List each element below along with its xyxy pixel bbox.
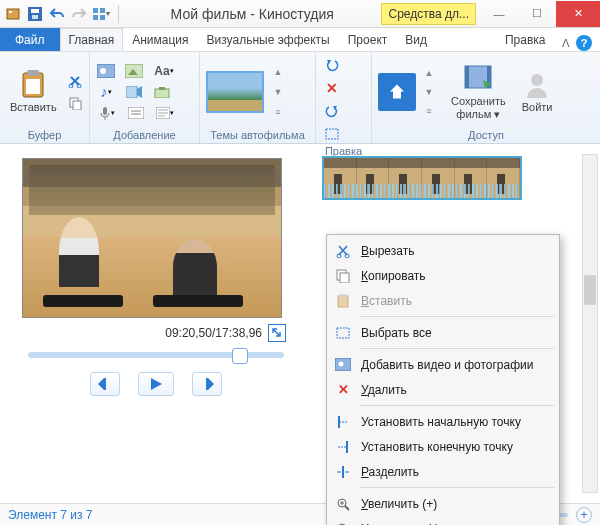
cm-cut[interactable]: Вырезать — [330, 238, 556, 263]
svg-rect-20 — [126, 86, 137, 98]
cm-split[interactable]: Разделить — [330, 459, 556, 484]
save-icon[interactable] — [26, 5, 44, 23]
add-music-icon[interactable]: ♪▾ — [96, 83, 116, 101]
zoom-in-icon — [334, 495, 352, 513]
add-media-icon — [334, 356, 352, 374]
svg-rect-4 — [32, 15, 38, 19]
svg-rect-8 — [100, 15, 105, 20]
signin-button[interactable]: Войти — [518, 67, 557, 115]
collapse-ribbon-icon[interactable]: ᐱ — [562, 37, 570, 50]
tab-project[interactable]: Проект — [339, 28, 397, 51]
seek-slider[interactable] — [28, 352, 284, 358]
group-edit: ✕ Правка — [316, 52, 372, 143]
prev-frame-button[interactable] — [90, 372, 120, 396]
paste-button[interactable]: Вставить — [6, 67, 61, 115]
add-narration-icon[interactable]: ▾ — [96, 104, 118, 122]
video-preview[interactable] — [22, 158, 282, 318]
cm-zoom-in[interactable]: Увеличить (+) — [330, 491, 556, 516]
svg-rect-34 — [326, 129, 338, 139]
rotate-right-icon[interactable] — [322, 102, 342, 120]
cm-delete[interactable]: ✕Удалить — [330, 377, 556, 402]
cut-icon[interactable] — [65, 72, 85, 90]
theme-scroll-down-icon[interactable]: ▼ — [268, 83, 288, 101]
maximize-button[interactable]: ☐ — [518, 1, 556, 27]
add-title-icon[interactable]: Aа▾ — [152, 62, 176, 80]
help-icon[interactable]: ? — [576, 35, 592, 51]
play-button[interactable] — [138, 372, 174, 396]
add-photo-icon[interactable] — [124, 62, 144, 80]
qat-menu-icon[interactable]: ▾ — [92, 5, 110, 23]
separator — [360, 348, 554, 349]
cm-cut-label: Вырезать — [361, 244, 414, 258]
preview-pane: 09:20,50/17:38,96 — [0, 144, 300, 503]
separator — [360, 316, 554, 317]
paste-icon — [334, 292, 352, 310]
theme-scroll-up-icon[interactable]: ▲ — [268, 63, 288, 81]
app-icon[interactable] — [4, 5, 22, 23]
theme-thumbnail[interactable] — [206, 71, 264, 113]
delete-icon[interactable]: ✕ — [322, 79, 342, 97]
copy-icon[interactable] — [65, 94, 85, 112]
minimize-button[interactable]: — — [480, 1, 518, 27]
svg-rect-49 — [338, 296, 348, 307]
group-themes-label: Темы автофильма — [206, 127, 309, 141]
share-scroll-up-icon[interactable]: ▲ — [419, 64, 439, 82]
fullscreen-icon[interactable] — [268, 324, 286, 342]
svg-rect-10 — [27, 70, 39, 76]
transport-controls — [22, 372, 290, 396]
tab-view[interactable]: Вид — [396, 28, 436, 51]
theme-more-icon[interactable]: ≡ — [268, 103, 288, 121]
tab-edit[interactable]: Правка — [496, 28, 555, 51]
undo-icon[interactable] — [48, 5, 66, 23]
onedrive-icon[interactable] — [378, 73, 416, 111]
svg-marker-42 — [151, 378, 162, 390]
close-button[interactable]: ✕ — [556, 1, 600, 27]
svg-line-62 — [345, 506, 349, 510]
separator — [360, 487, 554, 488]
add-caption-icon[interactable] — [126, 104, 146, 122]
svg-rect-43 — [206, 378, 208, 390]
svg-rect-22 — [155, 89, 169, 98]
select-all-icon[interactable] — [322, 125, 342, 143]
tab-visual-effects[interactable]: Визуальные эффекты — [198, 28, 339, 51]
tab-home[interactable]: Главная — [60, 28, 124, 51]
svg-rect-3 — [31, 9, 39, 13]
save-movie-button[interactable]: Сохранить фильм ▾ — [447, 61, 510, 121]
svg-rect-5 — [93, 8, 98, 13]
tab-animation[interactable]: Анимация — [123, 28, 197, 51]
cm-select-all[interactable]: Выбрать все — [330, 320, 556, 345]
cm-copy-label: Копировать — [361, 269, 426, 283]
add-video-icon[interactable] — [96, 62, 116, 80]
cm-select-all-label: Выбрать все — [361, 326, 432, 340]
add-webcam-icon[interactable] — [124, 83, 144, 101]
cm-set-start[interactable]: Установить начальную точку — [330, 409, 556, 434]
cm-delete-label: Удалить — [361, 383, 407, 397]
add-credits-icon[interactable]: ▾ — [154, 104, 176, 122]
timeline-scrollbar[interactable] — [582, 154, 598, 493]
svg-point-39 — [531, 74, 543, 86]
cm-set-end[interactable]: Установить конечную точку — [330, 434, 556, 459]
zoom-in-button[interactable]: + — [576, 507, 592, 523]
contextual-tab-group[interactable]: Средства дл... — [381, 3, 476, 25]
cm-add-media[interactable]: Добавить видео и фотографии — [330, 352, 556, 377]
group-add: Aа▾ ♪▾ ▾ ▾ Добавление — [90, 52, 200, 143]
group-clipboard-label: Буфер — [6, 127, 83, 141]
tab-file[interactable]: Файл — [0, 28, 60, 51]
svg-rect-36 — [465, 66, 469, 88]
cm-paste: Вставить — [330, 288, 556, 313]
share-more-icon[interactable]: ≡ — [419, 102, 439, 120]
add-snapshot-icon[interactable] — [152, 83, 172, 101]
group-themes: ▲ ▼ ≡ Темы автофильма — [200, 52, 316, 143]
cm-zoom-out[interactable]: Уменьшить (-) — [330, 516, 556, 525]
rotate-left-icon[interactable] — [322, 56, 342, 74]
ribbon: Вставить Буфер Aа▾ ♪▾ ▾ ▾ Добавление — [0, 52, 600, 144]
clipboard-icon — [18, 69, 48, 99]
group-add-label: Добавление — [96, 127, 193, 141]
share-scroll-down-icon[interactable]: ▼ — [419, 83, 439, 101]
clip-strip[interactable] — [322, 156, 522, 200]
cm-copy[interactable]: Копировать — [330, 263, 556, 288]
next-frame-button[interactable] — [192, 372, 222, 396]
redo-icon[interactable] — [70, 5, 88, 23]
zoom-out-icon — [334, 520, 352, 526]
group-share: ▲ ▼ ≡ Сохранить фильм ▾ Войти Доступ — [372, 52, 600, 143]
